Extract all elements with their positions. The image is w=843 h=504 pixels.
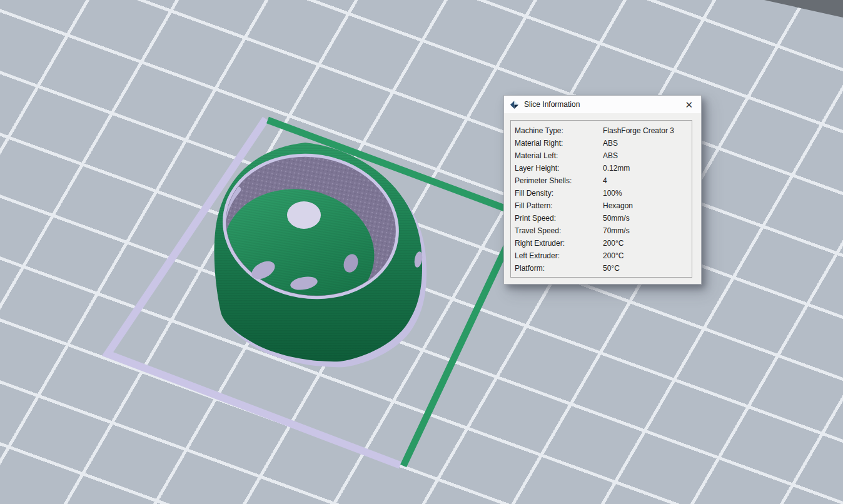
info-row: Fill Pattern:Hexagon [515, 199, 692, 212]
info-row: Material Left:ABS [515, 149, 692, 162]
info-label: Print Speed: [515, 214, 603, 223]
info-label: Platform: [515, 264, 603, 273]
info-value: 50mm/s [603, 214, 692, 223]
info-row: Perimeter Shells:4 [515, 174, 692, 187]
flashprint-logo-icon [510, 100, 519, 109]
info-label: Material Left: [515, 151, 603, 160]
info-row: Left Extruder:200°C [515, 249, 692, 262]
slice-info-groupbox: Machine Type:FlashForge Creator 3Materia… [510, 120, 692, 278]
info-label: Perimeter Shells: [515, 176, 603, 185]
info-row: Machine Type:FlashForge Creator 3 [515, 124, 692, 137]
slicer-3d-viewport[interactable] [0, 0, 843, 504]
dialog-body: Machine Type:FlashForge Creator 3Materia… [504, 113, 701, 284]
info-label: Fill Density: [515, 189, 603, 198]
info-label: Left Extruder: [515, 251, 603, 260]
dialog-titlebar[interactable]: Slice Information ✕ [504, 96, 701, 113]
die-pip-top [287, 201, 321, 229]
info-value: ABS [603, 151, 692, 160]
info-label: Material Right: [515, 139, 603, 148]
info-value: 4 [603, 176, 692, 185]
slice-info-table: Machine Type:FlashForge Creator 3Materia… [515, 124, 692, 275]
slice-information-dialog: Slice Information ✕ Machine Type:FlashFo… [503, 95, 702, 285]
info-row: Right Extruder:200°C [515, 237, 692, 249]
info-label: Travel Speed: [515, 226, 603, 235]
close-icon[interactable]: ✕ [682, 99, 695, 110]
info-label: Fill Pattern: [515, 201, 603, 210]
info-value: 100% [603, 189, 692, 198]
info-value: 50°C [603, 264, 692, 273]
dialog-title: Slice Information [524, 100, 682, 109]
info-value: 0.12mm [603, 164, 692, 173]
info-row: Print Speed:50mm/s [515, 212, 692, 224]
info-label: Machine Type: [515, 126, 603, 135]
info-row: Travel Speed:70mm/s [515, 224, 692, 237]
slice-preview-canvas [0, 0, 843, 504]
info-value: 200°C [603, 251, 692, 260]
info-value: 200°C [603, 239, 692, 248]
info-row: Fill Density:100% [515, 187, 692, 199]
info-label: Layer Height: [515, 164, 603, 173]
info-row: Material Right:ABS [515, 137, 692, 149]
info-row: Platform:50°C [515, 262, 692, 275]
die-model[interactable] [213, 143, 427, 368]
info-value: FlashForge Creator 3 [603, 126, 692, 135]
info-label: Right Extruder: [515, 239, 603, 248]
info-row: Layer Height:0.12mm [515, 162, 692, 174]
info-value: Hexagon [603, 201, 692, 210]
info-value: ABS [603, 139, 692, 148]
info-value: 70mm/s [603, 226, 692, 235]
